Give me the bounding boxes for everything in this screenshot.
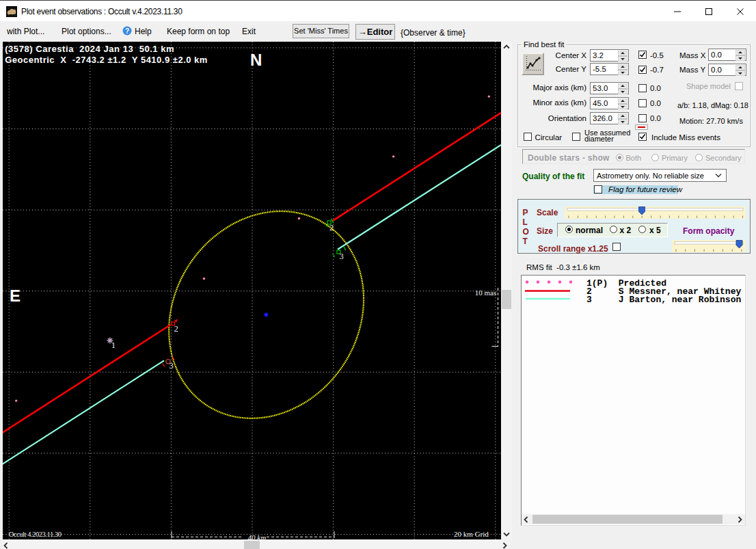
svg-text:2: 2 <box>329 223 334 232</box>
svg-text:10 mas: 10 mas <box>475 289 496 297</box>
svg-text:1: 1 <box>111 340 116 350</box>
svg-text:3: 3 <box>340 252 344 261</box>
svg-text:E: E <box>10 286 21 305</box>
svg-text:2: 2 <box>174 324 178 334</box>
svg-text:40 km: 40 km <box>248 533 267 540</box>
svg-text:(3578) Carestia 2024 Jan 13: (3578) Carestia 2024 Jan 13 50.1 km <box>5 44 174 54</box>
svg-text:N: N <box>250 51 262 69</box>
svg-text:Occult 4.2023.11.30: Occult 4.2023.11.30 <box>9 531 62 538</box>
svg-text:20 km Grid: 20 km Grid <box>454 530 489 538</box>
svg-text:Geocentric X -2743.2 ±1.2 Y: Geocentric X -2743.2 ±1.2 Y 5410.9 ±2.0 … <box>5 55 208 65</box>
svg-text:3: 3 <box>170 361 174 371</box>
svg-text:3 J Barton, near Robinson: 3 J Barton, near Robinson <box>586 295 741 305</box>
svg-text:?: ? <box>125 27 129 35</box>
